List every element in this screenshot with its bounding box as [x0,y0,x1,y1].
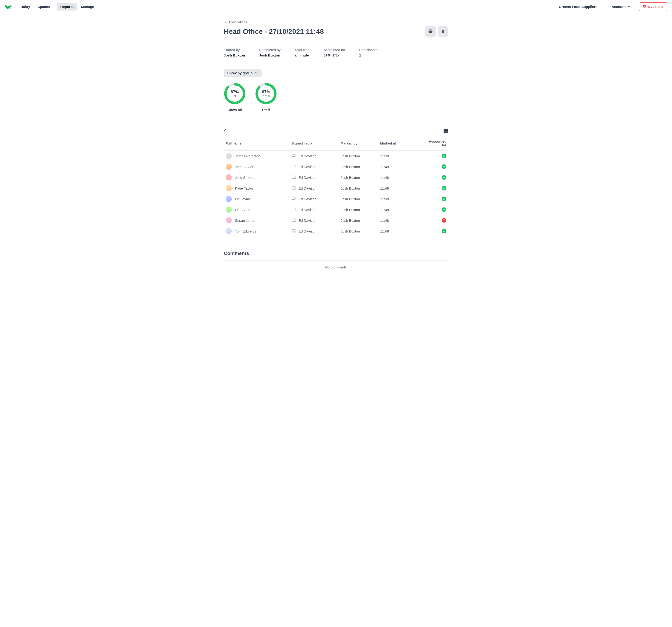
check-circle-icon [442,175,447,180]
signed-in-via: Ed Davison [298,165,316,169]
svg-rect-10 [292,219,295,221]
marked-by: Josh Buxton [341,154,360,158]
table-row[interactable]: Lin Jayme Ed Davison Josh Buxton 11:48 [224,193,448,204]
column-header[interactable]: Full name [224,136,290,150]
laptop-icon [291,218,296,223]
column-header[interactable]: Accountedfor [412,136,448,150]
person-name: Tom Edwards [235,229,256,233]
meta-value: 87% (7/8) [323,53,345,57]
no-comments-text: No comments [224,260,448,269]
avatar [225,153,232,159]
signed-in-via: Ed Davison [298,186,316,190]
comments-heading: Comments [224,251,448,256]
laptop-icon [291,154,296,158]
breadcrumb[interactable]: Evacuations [224,20,448,24]
donut-staff[interactable]: 87% 7 of 8 Staff [255,83,277,112]
check-circle-icon [442,186,447,190]
nav-link-reports[interactable]: Reports [57,3,77,10]
title-row: Head Office - 27/10/2021 11:48 [224,26,448,37]
person-name: Julie Smores [235,176,255,180]
print-button[interactable] [425,26,436,37]
meta-label: Total time [294,48,309,52]
marked-by: Josh Buxton [341,197,360,201]
marked-by: Josh Buxton [341,176,360,180]
laptop-icon [291,197,296,201]
check-circle-icon [442,164,447,169]
divider [55,4,55,9]
table-row[interactable]: Julie Smores Ed Davison Josh Buxton 11:4… [224,172,448,183]
meta-total-time: Total time a minute [294,48,309,57]
nav-link-today[interactable]: Today [17,3,33,10]
person-name: Lin Jayme [235,197,251,201]
breadcrumb-label: Evacuations [229,20,247,24]
nav-link-manage[interactable]: Manage [78,3,97,10]
org-name[interactable]: Greens Food Suppliers [556,5,600,9]
marked-at: 11:48 [380,154,389,158]
table-row[interactable]: Josh Buxton Ed Davison Josh Buxton 11:48 [224,161,448,172]
filter-label: Show by group [227,71,253,75]
meta-label: Completed by [259,48,281,52]
chevron-down-icon [255,71,258,75]
meta-value: 1 [359,53,377,57]
donut-label: Staff [262,108,270,112]
laptop-icon [291,175,296,180]
column-header[interactable]: Marked at [378,136,412,150]
person-name: Josh Buxton [235,165,254,169]
delete-button[interactable] [438,26,448,37]
laptop-icon [291,186,296,190]
svg-rect-9 [292,208,295,210]
signed-in-via: Ed Davison [298,154,316,158]
svg-rect-7 [292,187,295,189]
laptop-icon [291,229,296,233]
nav-link-spaces[interactable]: Spaces [34,3,53,10]
table-row[interactable]: Lisa Sims Ed Davison Josh Buxton 11:48 [224,204,448,215]
meta-value: a minute [294,53,309,57]
donut-chart: 87% 7 of 8 [255,83,277,104]
donut-label: Show all [228,108,242,113]
person-name: James Peterson [235,154,260,158]
nav-links: TodaySpacesReportsManage [17,3,97,10]
arrow-left-icon [224,20,227,24]
donut-charts-row: 87% 7 of 8 Show all 87% 7 of 8 Staff [224,83,448,112]
marked-by: Josh Buxton [341,186,360,190]
meta-row: Started by Josh Buxton Completed by Josh… [224,48,448,57]
meta-label: Participants [359,48,377,52]
svg-rect-5 [292,165,295,167]
donut-show-all[interactable]: 87% 7 of 8 Show all [224,83,246,112]
check-circle-icon [442,154,447,158]
meta-value: Josh Buxton [259,53,281,57]
show-by-group-dropdown[interactable]: Show by group [224,69,262,77]
svg-rect-6 [292,176,295,178]
table-row[interactable]: Katie Taylor Ed Davison Josh Buxton 11:4… [224,183,448,193]
evacuation-table: Full nameSigned in viaMarked byMarked at… [224,136,448,236]
divider [605,4,605,9]
account-dropdown[interactable]: Account [610,5,632,9]
column-header[interactable]: Signed in via [290,136,339,150]
top-nav: TodaySpacesReportsManage Greens Food Sup… [0,0,672,13]
avatar [225,207,232,213]
marked-by: Josh Buxton [341,165,360,169]
check-circle-icon [442,207,447,212]
evacuate-button[interactable]: Evacuate [639,2,667,11]
column-header[interactable]: Marked by [339,136,378,150]
signed-in-via: Ed Davison [298,176,316,180]
brand-logo[interactable] [5,3,12,10]
page-title: Head Office - 27/10/2021 11:48 [224,27,324,36]
donut-count: 7 of 8 [262,95,269,98]
marked-at: 11:48 [380,197,389,201]
meta-completed-by: Completed by Josh Buxton [259,48,281,57]
donut-count: 7 of 8 [231,95,238,98]
table-row[interactable]: James Peterson Ed Davison Josh Buxton 11… [224,150,448,162]
marked-at: 11:48 [380,176,389,180]
svg-rect-11 [292,230,295,232]
table-row[interactable]: Tom Edwards Ed Davison Josh Buxton 11:48 [224,226,448,236]
trash-icon [441,29,445,34]
marked-at: 11:48 [380,218,389,223]
marked-at: 11:48 [380,208,389,212]
meta-label: Started by [224,48,245,52]
view-toggle[interactable] [443,129,448,133]
table-row[interactable]: Susan Jones Ed Davison Josh Buxton 11:48 [224,215,448,226]
donut-percent: 87% [231,90,239,94]
meta-accounted-for: Accounted for 87% (7/8) [323,48,345,57]
avatar [225,175,232,181]
